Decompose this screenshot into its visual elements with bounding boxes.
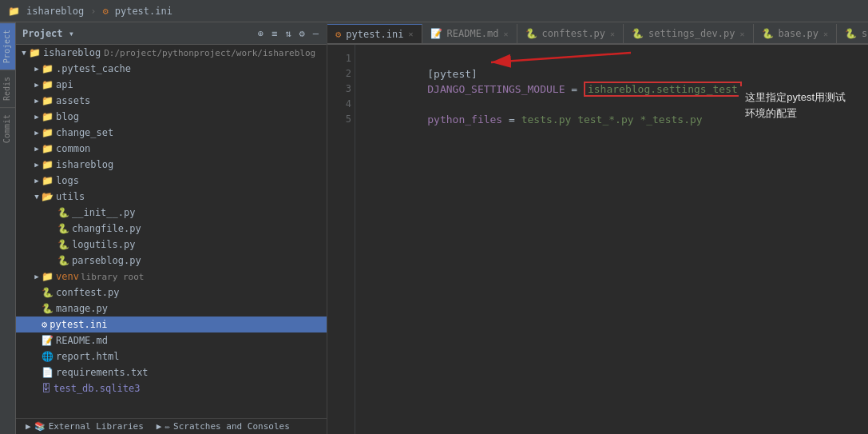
tree-item-requirements-txt[interactable]: ▶ 📄 requirements.txt xyxy=(16,364,327,380)
tab-base-py[interactable]: 🐍 base.py ✕ xyxy=(754,24,838,43)
blog-arrow: ▶ xyxy=(32,113,42,121)
tree-item-report-html[interactable]: ▶ 🌐 report.html xyxy=(16,348,327,364)
code-line-1: [pytest] xyxy=(365,51,858,66)
ext-libs-icon: 📚 xyxy=(34,421,46,432)
tree-item-assets[interactable]: ▶ 📁 assets xyxy=(16,93,327,109)
tree-item-blog[interactable]: ▶ 📁 blog xyxy=(16,109,327,125)
line-numbers: 1 2 3 4 5 xyxy=(327,45,355,434)
tab-conftest-py[interactable]: 🐍 conftest.py ✕ xyxy=(517,24,624,43)
tree-item-venv[interactable]: ▶ 📁 venv library root xyxy=(16,269,327,285)
vtab-redis[interactable]: Redis xyxy=(0,70,15,107)
code-value-python-files: tests.py test_*.py *_tests.py xyxy=(521,113,703,125)
manage-label: manage.py xyxy=(56,303,108,314)
scratches-and-consoles-item[interactable]: ▶ ✏ Scratches and Consoles xyxy=(153,420,293,433)
tab-readme-md[interactable]: 📝 README.md ✕ xyxy=(422,24,517,43)
ishareblog-icon: 📁 xyxy=(42,159,54,170)
api-icon: 📁 xyxy=(42,79,54,90)
pytest-ini-icon: ⚙ xyxy=(42,319,47,330)
test-db-label: test_db.sqlite3 xyxy=(54,383,140,394)
change-set-arrow: ▶ xyxy=(32,129,42,137)
code-section-bracket-close: ] xyxy=(471,68,478,80)
requirements-icon: 📄 xyxy=(42,367,54,378)
venv-arrow: ▶ xyxy=(32,273,42,281)
toolbar-globe-icon[interactable]: ⊕ xyxy=(256,26,265,41)
venv-icon: 📁 xyxy=(42,271,54,282)
assets-icon: 📁 xyxy=(42,95,54,106)
tab-conftest-label: conftest.py xyxy=(542,28,605,39)
change-set-label: change_set xyxy=(56,127,113,138)
title-separator: › xyxy=(90,6,96,17)
parseblog-icon: 🐍 xyxy=(57,255,69,266)
tab-settings-dev-label: settings_dev.py xyxy=(648,28,735,39)
change-set-icon: 📁 xyxy=(42,127,54,138)
utils-arrow: ▼ xyxy=(32,193,42,201)
code-line-4: python_files = tests.py test_*.py *_test… xyxy=(365,97,858,112)
ishareblog-arrow: ▶ xyxy=(32,161,42,169)
tree-item-readme-md[interactable]: ▶ 📝 README.md xyxy=(16,332,327,348)
init-py-label: __init__.py xyxy=(72,207,135,218)
tree-item-pytest-cache[interactable]: ▶ 📁 .pytest_cache xyxy=(16,61,327,77)
tree-item-test-db[interactable]: ▶ 🗄 test_db.sqlite3 xyxy=(16,380,327,396)
tree-item-manage-py[interactable]: ▶ 🐍 manage.py xyxy=(16,301,327,317)
logs-label: logs xyxy=(56,175,79,186)
toolbar-minus-icon[interactable]: – xyxy=(311,26,320,41)
code-section-bracket-open: [ xyxy=(427,68,434,80)
tree-item-init-py[interactable]: ▶ 🐍 __init__.py xyxy=(16,205,327,221)
tree-root[interactable]: ▼ 📁 ishareblog D:/project/pythonproject/… xyxy=(16,45,327,61)
tree-item-utils[interactable]: ▼ 📂 utils xyxy=(16,189,327,205)
tab-settings-dev-py[interactable]: 🐍 settings_dev.py ✕ xyxy=(624,24,753,43)
pytest-cache-label: .pytest_cache xyxy=(56,63,131,74)
root-label: ishareblog xyxy=(43,47,101,58)
vtab-project[interactable]: Project xyxy=(0,22,15,70)
logs-arrow: ▶ xyxy=(32,177,42,185)
code-key-django: DJANGO_SETTINGS_MODULE xyxy=(427,83,565,95)
tree-item-logs[interactable]: ▶ 📁 logs xyxy=(16,173,327,189)
code-value-highlighted: ishareblog.settings_test xyxy=(584,82,742,97)
tab-conftest-icon: 🐍 xyxy=(525,28,537,39)
conftest-label: conftest.py xyxy=(56,287,119,298)
tab-conftest-close[interactable]: ✕ xyxy=(610,30,615,38)
root-arrow: ▼ xyxy=(19,49,29,57)
tab-bar: ⚙ pytest.ini ✕ 📝 README.md ✕ 🐍 conftest.… xyxy=(327,22,868,45)
tab-base-close[interactable]: ✕ xyxy=(823,30,828,38)
vtab-commit[interactable]: Commit xyxy=(0,107,15,149)
tab-settings-py[interactable]: 🐍 settings.py ✕ xyxy=(837,24,868,43)
toolbar-align-icon[interactable]: ≡ xyxy=(270,26,279,41)
pytest-cache-arrow: ▶ xyxy=(32,65,42,73)
tab-readme-close[interactable]: ✕ xyxy=(504,30,509,38)
tree-item-ishareblog[interactable]: ▶ 📁 ishareblog xyxy=(16,157,327,173)
editor-area: ⚙ pytest.ini ✕ 📝 README.md ✕ 🐍 conftest.… xyxy=(327,22,868,434)
tree-item-pytest-ini[interactable]: ▶ ⚙ pytest.ini xyxy=(16,317,327,332)
venv-label: venv xyxy=(56,271,79,282)
tab-settings-dev-close[interactable]: ✕ xyxy=(739,30,744,38)
root-path: D:/project/pythonproject/work/ishareblog xyxy=(104,48,315,58)
tree-item-changfile-py[interactable]: ▶ 🐍 changfile.py xyxy=(16,221,327,237)
tree-item-conftest-py[interactable]: ▶ 🐍 conftest.py xyxy=(16,285,327,301)
tab-pytest-ini[interactable]: ⚙ pytest.ini ✕ xyxy=(327,24,422,43)
changfile-label: changfile.py xyxy=(72,223,141,234)
toolbar-sort-icon[interactable]: ⇅ xyxy=(283,26,292,41)
changfile-icon: 🐍 xyxy=(57,223,69,234)
root-folder-icon: 📁 xyxy=(29,47,41,58)
title-project: ishareblog xyxy=(26,6,84,17)
external-libraries-item[interactable]: ▶ 📚 External Libraries xyxy=(22,420,147,433)
tree-item-common[interactable]: ▶ 📁 common xyxy=(16,141,327,157)
parseblog-label: parseblog.py xyxy=(72,255,141,266)
tree-item-api[interactable]: ▶ 📁 api xyxy=(16,77,327,93)
pytest-cache-icon: 📁 xyxy=(42,63,54,74)
tree-item-logutils-py[interactable]: ▶ 🐍 logutils.py xyxy=(16,237,327,253)
logutils-icon: 🐍 xyxy=(57,239,69,250)
blog-label: blog xyxy=(56,111,79,122)
code-area[interactable]: [pytest] DJANGO_SETTINGS_MODULE = ishare… xyxy=(355,45,868,434)
editor-content: 1 2 3 4 5 [pytest] DJANGO_SETTINGS_MODUL… xyxy=(327,45,868,434)
tree-item-parseblog-py[interactable]: ▶ 🐍 parseblog.py xyxy=(16,253,327,269)
tree-item-change-set[interactable]: ▶ 📁 change_set xyxy=(16,125,327,141)
tab-settings-dev-icon: 🐍 xyxy=(632,28,644,39)
vertical-tabs: Project Redis Commit xyxy=(0,22,16,434)
api-label: api xyxy=(56,79,73,90)
line-num-2: 2 xyxy=(331,66,351,82)
tab-settings-label: settings.py xyxy=(862,28,868,39)
tab-pytest-ini-close[interactable]: ✕ xyxy=(408,30,413,38)
toolbar-gear-icon[interactable]: ⚙ xyxy=(298,26,307,41)
tab-readme-label: README.md xyxy=(447,28,499,39)
